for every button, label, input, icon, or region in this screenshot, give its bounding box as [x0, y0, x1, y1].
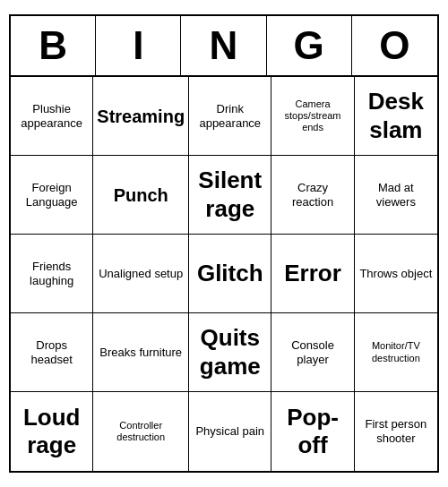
bingo-letter-g: G [267, 16, 352, 75]
bingo-cell-15[interactable]: Drops headset [11, 313, 93, 392]
bingo-letter-b: B [11, 16, 96, 75]
bingo-letter-i: I [96, 16, 181, 75]
bingo-cell-7[interactable]: Silent rage [189, 156, 271, 235]
bingo-cell-2[interactable]: Drink appearance [189, 77, 271, 156]
bingo-cell-10[interactable]: Friends laughing [11, 235, 93, 313]
bingo-cell-5[interactable]: Foreign Language [11, 156, 93, 235]
bingo-cell-18[interactable]: Console player [271, 313, 354, 392]
bingo-cell-12[interactable]: Glitch [189, 235, 271, 313]
bingo-cell-23[interactable]: Pop-off [271, 392, 354, 471]
bingo-cell-11[interactable]: Unaligned setup [93, 235, 189, 313]
bingo-cell-9[interactable]: Mad at viewers [355, 156, 437, 235]
bingo-cell-14[interactable]: Throws object [355, 235, 437, 313]
bingo-cell-16[interactable]: Breaks furniture [93, 313, 189, 392]
bingo-grid: Plushie appearanceStreamingDrink appeara… [11, 77, 437, 471]
bingo-cell-8[interactable]: Crazy reaction [271, 156, 354, 235]
bingo-cell-21[interactable]: Controller destruction [93, 392, 189, 471]
bingo-header: BINGO [11, 16, 437, 77]
bingo-cell-17[interactable]: Quits game [189, 313, 271, 392]
bingo-letter-n: N [181, 16, 266, 75]
bingo-cell-0[interactable]: Plushie appearance [11, 77, 93, 156]
bingo-cell-4[interactable]: Desk slam [355, 77, 437, 156]
bingo-letter-o: O [352, 16, 437, 75]
bingo-cell-19[interactable]: Monitor/TV destruction [355, 313, 437, 392]
bingo-cell-6[interactable]: Punch [93, 156, 189, 235]
bingo-cell-13[interactable]: Error [271, 235, 354, 313]
bingo-cell-1[interactable]: Streaming [93, 77, 189, 156]
bingo-cell-3[interactable]: Camera stops/stream ends [271, 77, 354, 156]
bingo-cell-22[interactable]: Physical pain [189, 392, 271, 471]
bingo-card: BINGO Plushie appearanceStreamingDrink a… [9, 14, 439, 473]
bingo-cell-24[interactable]: First person shooter [355, 392, 437, 471]
bingo-cell-20[interactable]: Loud rage [11, 392, 93, 471]
